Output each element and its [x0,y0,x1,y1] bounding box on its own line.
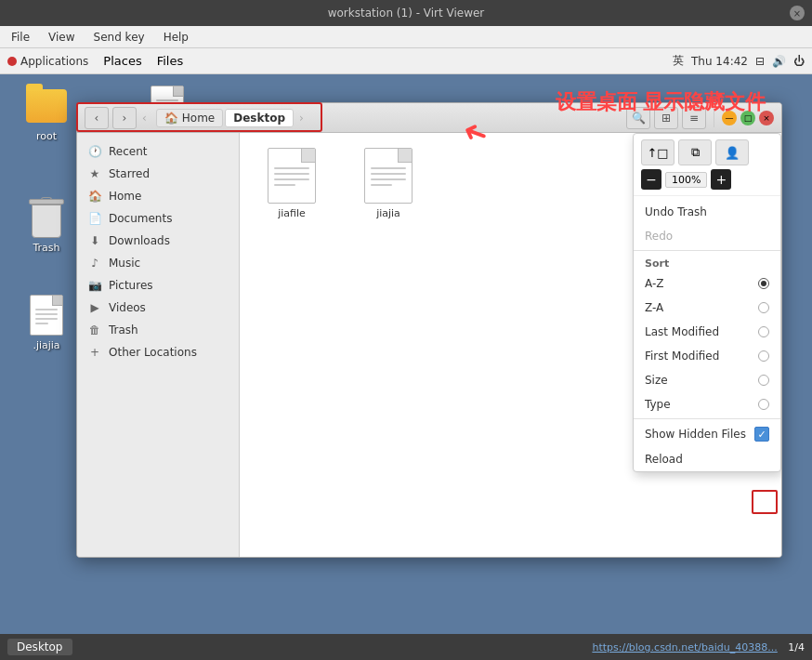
menu-sort-first-modified[interactable]: First Modified [634,344,780,368]
file-line [274,173,309,175]
sidebar-item-other-locations[interactable]: + Other Locations [77,341,239,363]
menu-sort-last-modified[interactable]: Last Modified [634,320,780,344]
file-line [274,184,295,186]
desktop-icon-root[interactable]: root [17,84,76,142]
sort-az-radio [758,278,769,289]
viewer-tools-row2: − 100% + [641,169,773,190]
menu-sort-az[interactable]: A-Z [634,271,780,296]
taskbar-desktop[interactable]: Desktop [7,639,72,655]
menu-redo[interactable]: Redo [634,224,780,248]
downloads-icon: ⬇ [88,234,101,247]
bottom-bar-right: https://blog.csdn.net/baidu_40388... 1/4 [592,641,805,653]
fm-body: 🕐 Recent ★ Starred 🏠 Home 📄 Documents ⬇ [77,133,781,557]
annotation-text: 设置桌面 显示隐藏文件 [556,88,766,116]
title-bar: workstation (1) - Virt Viewer × [0,0,812,26]
clock: Thu 14:42 [691,55,748,68]
recent-label: Recent [109,145,147,158]
sidebar-item-trash[interactable]: 🗑 Trash [77,319,239,341]
bottom-bar: Desktop https://blog.csdn.net/baidu_4038… [0,634,812,660]
menu-sort-type[interactable]: Type [634,392,780,416]
sidebar-item-downloads[interactable]: ⬇ Downloads [77,230,239,252]
forward-button[interactable]: › [112,107,137,129]
user-btn[interactable]: 👤 [715,139,749,165]
file-line [371,184,392,186]
upload-btn[interactable]: ↑□ [641,139,674,165]
menu-undo-trash[interactable]: Undo Trash [634,200,780,224]
show-hidden-checkbox[interactable] [754,427,769,442]
sidebar-item-home[interactable]: 🏠 Home [77,185,239,207]
paste-btn[interactable]: ⧉ [678,139,712,165]
music-icon: ♪ [88,257,101,270]
sidebar-item-videos[interactable]: ▶ Videos [77,297,239,319]
menu-help[interactable]: Help [160,29,192,46]
pictures-label: Pictures [109,279,153,292]
menu-divider2 [634,418,780,419]
other-locations-label: Other Locations [109,346,197,359]
sort-za-radio [758,302,769,313]
annotation-container: 设置桌面 显示隐藏文件 ➜ [556,88,766,116]
applications-menu[interactable]: Applications [7,55,88,68]
trash-label: Trash [33,242,59,254]
desktop-icon-trash[interactable]: Trash [17,195,76,254]
file-line [274,178,309,180]
window-close-btn[interactable]: × [790,6,805,20]
sidebar-item-starred[interactable]: ★ Starred [77,163,239,185]
root-label: root [36,130,57,142]
trash-icon [24,195,69,240]
file-lines [365,167,412,190]
power-icon: ⏻ [793,55,805,68]
downloads-label: Downloads [109,234,170,247]
menu-view[interactable]: View [45,29,78,46]
file-line [274,167,309,169]
context-menu: ↑□ ⧉ 👤 − 100% + Undo Trash [633,133,781,472]
app-bar: Applications Places Files 英 Thu 14:42 ⊟ … [0,48,812,74]
desktop-icon-jiajia[interactable]: .jiajia [17,293,76,351]
jiajia-label: .jiajia [33,339,59,351]
menu-sort-za[interactable]: Z-A [634,296,780,320]
other-locations-icon: + [88,346,101,359]
checkbox-highlight-box [752,490,778,514]
window-title: workstation (1) - Virt Viewer [328,7,485,20]
breadcrumb-desktop[interactable]: Desktop [225,109,294,127]
documents-label: Documents [109,212,172,225]
files-menu[interactable]: Files [157,54,184,68]
starred-label: Starred [109,167,150,180]
fm-file-jiafile[interactable]: jiafile [255,148,329,219]
documents-icon: 📄 [88,212,101,225]
menu-sort-size[interactable]: Size [634,368,780,392]
menu-sort-section: Sort [634,253,780,271]
sidebar-item-pictures[interactable]: 📷 Pictures [77,274,239,297]
zoom-minus-btn[interactable]: − [641,169,661,190]
sidebar-item-music[interactable]: ♪ Music [77,252,239,274]
home-icon: 🏠 [164,112,178,125]
language-indicator: 英 [673,53,684,69]
desktop: 设置桌面 显示隐藏文件 ➜ root jiafile [0,74,812,634]
sidebar-item-recent[interactable]: 🕐 Recent [77,140,239,163]
menu-file[interactable]: File [7,29,33,46]
desktop-breadcrumb-label: Desktop [233,112,285,125]
trash-sidebar-label: Trash [109,323,138,337]
menu-bar: File View Send key Help [0,26,812,48]
zoom-plus-btn[interactable]: + [711,169,731,190]
sidebar-item-documents[interactable]: 📄 Documents [77,207,239,230]
viewer-tools-row1: ↑□ ⧉ 👤 [641,139,773,165]
applications-label: Applications [20,55,88,68]
home-sidebar-label: Home [109,190,141,203]
menu-sendkey[interactable]: Send key [90,29,149,46]
breadcrumb-home[interactable]: 🏠 Home [156,109,223,127]
places-menu[interactable]: Places [103,54,141,68]
fm-file-jiajia[interactable]: jiajia [351,148,426,219]
back-button[interactable]: ‹ [85,107,109,129]
music-label: Music [109,257,140,270]
pictures-icon: 📷 [88,279,101,292]
file-icon-jiajia [24,293,69,337]
file-lines [268,167,315,190]
menu-reload[interactable]: Reload [634,447,780,471]
sort-type-radio [758,399,769,410]
breadcrumb: 🏠 Home Desktop [156,109,294,127]
bottom-url: https://blog.csdn.net/baidu_40388... [592,641,777,653]
folder-icon-root [24,84,69,128]
file-manager-window: ‹ › ‹ 🏠 Home Desktop › 🔍 ⊞ ≡ — □ × [76,102,782,558]
jiajia-content-label: jiajia [376,207,400,219]
menu-show-hidden[interactable]: Show Hidden Files [634,421,780,447]
